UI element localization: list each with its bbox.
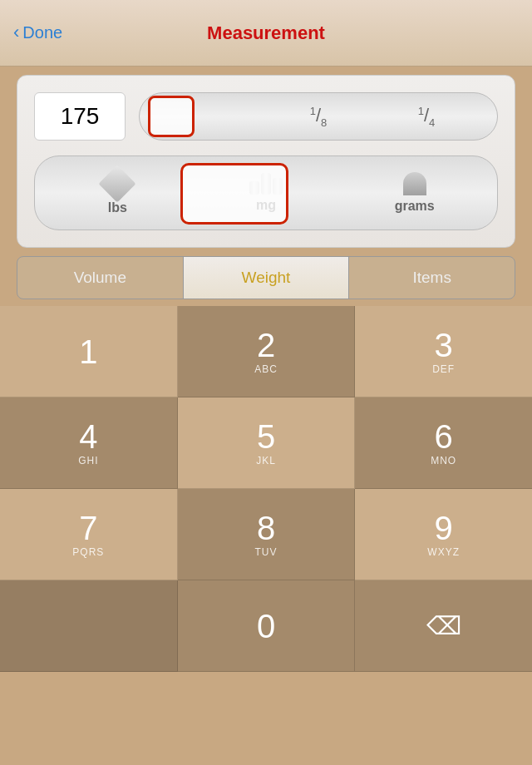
- key-4-number: 4: [79, 420, 97, 453]
- number-input[interactable]: 175: [34, 92, 126, 141]
- tab-weight[interactable]: Weight: [184, 257, 350, 299]
- tab-items-label: Items: [412, 269, 451, 287]
- header: ‹ Done Measurement: [0, 0, 532, 67]
- key-1-number: 1: [79, 335, 97, 368]
- fraction-picker[interactable]: 1/8 1/4: [139, 92, 498, 141]
- keypad-row-3: 7 PQRS 8 TUV 9 WXYZ: [0, 489, 532, 580]
- key-7[interactable]: 7 PQRS: [0, 489, 178, 580]
- delete-icon: ⌫: [426, 611, 461, 640]
- key-8[interactable]: 8 TUV: [178, 489, 356, 580]
- key-6-number: 6: [435, 420, 453, 453]
- key-9-letters: WXYZ: [427, 546, 460, 558]
- grams-icon: [403, 172, 426, 195]
- tab-volume[interactable]: Volume: [17, 257, 184, 299]
- key-3-number: 3: [435, 328, 453, 362]
- key-2-number: 2: [257, 328, 275, 362]
- key-5-letters: JKL: [256, 455, 276, 466]
- grams-label: grams: [395, 199, 435, 214]
- lbs-label: lbs: [108, 200, 127, 215]
- key-4[interactable]: 4 GHI: [0, 397, 178, 489]
- back-chevron-icon: ‹: [13, 22, 19, 43]
- key-8-letters: TUV: [255, 546, 278, 558]
- keypad-row-2: 4 GHI 5 JKL 6 MNO: [0, 397, 532, 489]
- key-6-letters: MNO: [431, 455, 456, 466]
- key-5[interactable]: 5 JKL: [178, 397, 356, 489]
- key-9[interactable]: 9 WXYZ: [355, 489, 532, 580]
- value-row: 175 1/8 1/4: [34, 92, 498, 141]
- key-delete[interactable]: ⌫: [355, 580, 532, 672]
- done-button[interactable]: ‹ Done: [13, 23, 62, 43]
- keypad-row-4: 0 ⌫: [0, 580, 532, 672]
- fraction-selected-indicator: [148, 96, 195, 137]
- key-7-letters: PQRS: [72, 546, 104, 558]
- unit-picker[interactable]: lbs mg grams: [34, 155, 498, 230]
- key-3-letters: DEF: [432, 363, 455, 375]
- key-empty: [0, 580, 178, 672]
- measurement-panel: 175 1/8 1/4 lbs: [17, 75, 515, 248]
- key-5-number: 5: [257, 420, 275, 453]
- key-0-number: 0: [257, 610, 275, 643]
- keypad: 1 2 ABC 3 DEF 4 GHI 5 JKL 6 MNO 7 PQRS: [0, 306, 532, 672]
- unit-grams[interactable]: grams: [340, 172, 489, 214]
- key-8-number: 8: [257, 511, 275, 545]
- key-6[interactable]: 6 MNO: [355, 397, 532, 489]
- lbs-icon: [104, 170, 131, 197]
- fraction-quarter[interactable]: 1/4: [372, 105, 480, 129]
- key-4-letters: GHI: [78, 455, 98, 466]
- key-3[interactable]: 3 DEF: [355, 306, 532, 397]
- tab-bar: Volume Weight Items: [17, 256, 515, 299]
- keypad-row-1: 1 2 ABC 3 DEF: [0, 306, 532, 397]
- fraction-eighth[interactable]: 1/8: [264, 105, 372, 129]
- key-0[interactable]: 0: [178, 580, 356, 672]
- tab-weight-label: Weight: [242, 269, 291, 287]
- key-2-letters: ABC: [254, 363, 278, 375]
- tab-items[interactable]: Items: [349, 257, 515, 299]
- unit-selected-indicator: [180, 163, 288, 225]
- tab-volume-label: Volume: [74, 269, 126, 287]
- key-7-number: 7: [79, 511, 97, 545]
- key-2[interactable]: 2 ABC: [178, 306, 356, 397]
- unit-lbs[interactable]: lbs: [43, 170, 192, 215]
- done-label: Done: [22, 23, 62, 42]
- page-title: Measurement: [207, 22, 325, 44]
- key-9-number: 9: [435, 511, 453, 545]
- key-1[interactable]: 1: [0, 306, 178, 397]
